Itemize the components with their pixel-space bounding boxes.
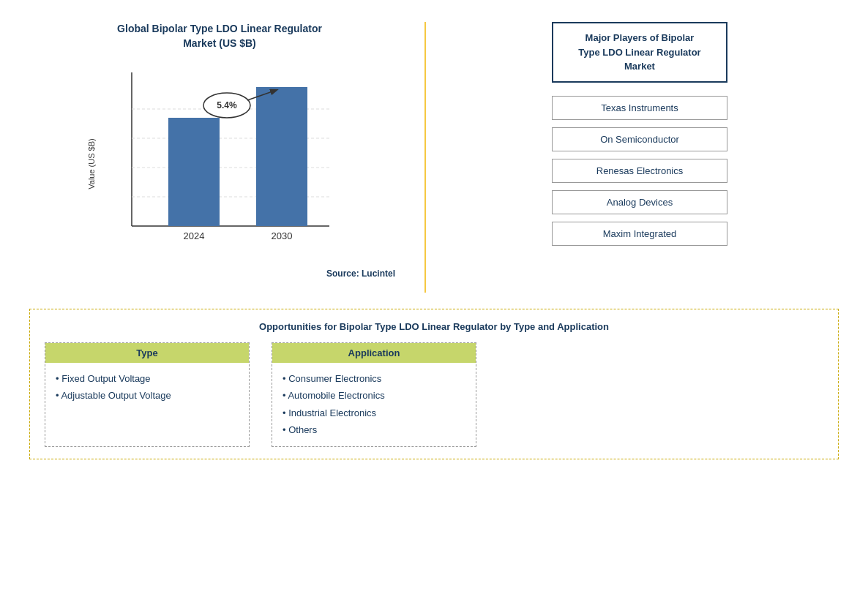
svg-text:5.4%: 5.4% xyxy=(217,100,237,110)
app-item-2: Industrial Electronics xyxy=(283,405,465,421)
source-label: Source: Lucintel xyxy=(29,268,410,279)
type-column-header: Type xyxy=(45,343,249,363)
players-title-box: Major Players of Bipolar Type LDO Linear… xyxy=(552,22,727,83)
top-section: Global Bipolar Type LDO Linear Regulator… xyxy=(29,15,839,300)
svg-text:2030: 2030 xyxy=(272,230,293,241)
app-item-0: Consumer Electronics xyxy=(283,370,465,387)
opp-columns: Type Fixed Output Voltage Adjustable Out… xyxy=(45,342,823,447)
vertical-divider xyxy=(424,22,426,293)
type-column: Type Fixed Output Voltage Adjustable Out… xyxy=(45,342,250,447)
app-item-1: Automobile Electronics xyxy=(283,387,465,404)
application-column-header: Application xyxy=(272,343,476,363)
application-column-content: Consumer Electronics Automobile Electron… xyxy=(272,363,476,446)
svg-text:2024: 2024 xyxy=(184,230,205,241)
svg-rect-7 xyxy=(256,87,307,226)
app-item-3: Others xyxy=(283,421,465,438)
chart-title: Global Bipolar Type LDO Linear Regulator… xyxy=(117,22,322,50)
player-item-0: Texas Instruments xyxy=(552,96,727,120)
player-item-1: On Semiconductor xyxy=(552,127,727,151)
players-area: Major Players of Bipolar Type LDO Linear… xyxy=(441,15,839,300)
application-column: Application Consumer Electronics Automob… xyxy=(272,342,476,447)
chart-svg: 2024 2030 5.4% xyxy=(81,65,359,263)
svg-rect-6 xyxy=(168,118,220,226)
type-item-0: Fixed Output Voltage xyxy=(56,370,239,387)
opportunities-title: Opportunities for Bipolar Type LDO Linea… xyxy=(45,321,823,332)
player-item-4: Maxim Integrated xyxy=(552,222,727,246)
bottom-section: Opportunities for Bipolar Type LDO Linea… xyxy=(29,309,839,459)
type-item-1: Adjustable Output Voltage xyxy=(56,387,239,404)
y-axis-label: Value (US $B) xyxy=(87,138,96,189)
player-item-2: Renesas Electronics xyxy=(552,159,727,183)
chart-wrapper: Value (US $B) 2024 xyxy=(81,65,359,263)
chart-area: Global Bipolar Type LDO Linear Regulator… xyxy=(29,15,410,300)
player-item-3: Analog Devices xyxy=(552,190,727,214)
type-column-content: Fixed Output Voltage Adjustable Output V… xyxy=(45,363,249,412)
main-container: Global Bipolar Type LDO Linear Regulator… xyxy=(0,0,868,594)
